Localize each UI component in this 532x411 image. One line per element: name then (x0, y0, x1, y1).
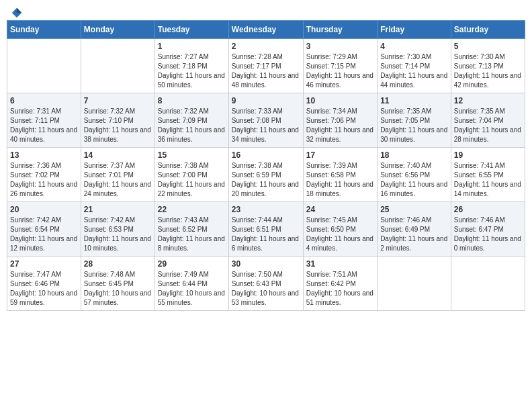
calendar-cell-w1-d1 (81, 39, 154, 93)
day-number: 20 (10, 205, 78, 214)
day-number: 12 (454, 96, 522, 105)
calendar-cell-w4-d0: 20Sunrise: 7:42 AMSunset: 6:54 PMDayligh… (7, 202, 81, 257)
day-info: Sunrise: 7:44 AMSunset: 6:51 PMDaylight:… (232, 216, 300, 253)
calendar-cell-w3-d5: 18Sunrise: 7:40 AMSunset: 6:56 PMDayligh… (378, 148, 451, 202)
weekday-header-row: SundayMondayTuesdayWednesdayThursdayFrid… (7, 21, 525, 39)
calendar-cell-w1-d6: 5Sunrise: 7:30 AMSunset: 7:13 PMDaylight… (451, 39, 525, 93)
day-number: 30 (232, 259, 300, 269)
day-info: Sunrise: 7:35 AMSunset: 7:04 PMDaylight:… (454, 107, 522, 144)
calendar-cell-w5-d5 (378, 257, 451, 311)
day-number: 10 (306, 96, 374, 105)
calendar-cell-w3-d6: 19Sunrise: 7:41 AMSunset: 6:55 PMDayligh… (451, 148, 525, 202)
day-info: Sunrise: 7:42 AMSunset: 6:53 PMDaylight:… (84, 216, 152, 253)
calendar-cell-w3-d4: 17Sunrise: 7:39 AMSunset: 6:58 PMDayligh… (303, 148, 377, 202)
week-row-5: 27Sunrise: 7:47 AMSunset: 6:46 PMDayligh… (7, 257, 525, 311)
calendar-cell-w3-d3: 16Sunrise: 7:38 AMSunset: 6:59 PMDayligh… (228, 148, 303, 202)
calendar-cell-w5-d0: 27Sunrise: 7:47 AMSunset: 6:46 PMDayligh… (7, 257, 81, 311)
calendar-cell-w2-d0: 6Sunrise: 7:31 AMSunset: 7:11 PMDaylight… (7, 93, 81, 148)
day-info: Sunrise: 7:27 AMSunset: 7:18 PMDaylight:… (158, 52, 226, 90)
day-info: Sunrise: 7:33 AMSunset: 7:08 PMDaylight:… (232, 107, 300, 144)
calendar-cell-w3-d2: 15Sunrise: 7:38 AMSunset: 7:00 PMDayligh… (154, 148, 228, 202)
day-info: Sunrise: 7:49 AMSunset: 6:44 PMDaylight:… (158, 270, 226, 308)
day-number: 28 (84, 259, 152, 269)
week-row-4: 20Sunrise: 7:42 AMSunset: 6:54 PMDayligh… (7, 202, 525, 257)
calendar-cell-w2-d3: 9Sunrise: 7:33 AMSunset: 7:08 PMDaylight… (228, 93, 303, 148)
day-info: Sunrise: 7:46 AMSunset: 6:47 PMDaylight:… (454, 216, 522, 253)
day-number: 6 (10, 96, 78, 105)
calendar-cell-w4-d1: 21Sunrise: 7:42 AMSunset: 6:53 PMDayligh… (81, 202, 154, 257)
calendar-cell-w2-d1: 7Sunrise: 7:32 AMSunset: 7:10 PMDaylight… (81, 93, 154, 148)
day-number: 21 (84, 205, 152, 214)
day-info: Sunrise: 7:35 AMSunset: 7:05 PMDaylight:… (380, 107, 448, 144)
day-info: Sunrise: 7:43 AMSunset: 6:52 PMDaylight:… (158, 216, 226, 253)
day-number: 25 (380, 205, 448, 214)
calendar-cell-w5-d1: 28Sunrise: 7:48 AMSunset: 6:45 PMDayligh… (81, 257, 154, 311)
weekday-header-monday: Monday (81, 21, 154, 39)
day-number: 3 (306, 42, 374, 51)
day-info: Sunrise: 7:32 AMSunset: 7:09 PMDaylight:… (158, 107, 226, 144)
week-row-1: 1Sunrise: 7:27 AMSunset: 7:18 PMDaylight… (7, 39, 525, 93)
day-number: 9 (232, 96, 300, 105)
day-info: Sunrise: 7:46 AMSunset: 6:49 PMDaylight:… (380, 216, 448, 253)
calendar-cell-w2-d5: 11Sunrise: 7:35 AMSunset: 7:05 PMDayligh… (378, 93, 451, 148)
day-info: Sunrise: 7:42 AMSunset: 6:54 PMDaylight:… (10, 216, 78, 253)
calendar-cell-w3-d0: 13Sunrise: 7:36 AMSunset: 7:02 PMDayligh… (7, 148, 81, 202)
day-info: Sunrise: 7:34 AMSunset: 7:06 PMDaylight:… (306, 107, 374, 144)
day-info: Sunrise: 7:31 AMSunset: 7:11 PMDaylight:… (10, 107, 78, 144)
calendar-cell-w1-d3: 2Sunrise: 7:28 AMSunset: 7:17 PMDaylight… (228, 39, 303, 93)
day-number: 23 (232, 205, 300, 214)
calendar-cell-w2-d6: 12Sunrise: 7:35 AMSunset: 7:04 PMDayligh… (451, 93, 525, 148)
page-header (7, 7, 525, 15)
day-number: 29 (158, 259, 226, 269)
day-number: 4 (380, 42, 448, 51)
day-number: 31 (306, 259, 374, 269)
day-info: Sunrise: 7:29 AMSunset: 7:15 PMDaylight:… (306, 52, 374, 90)
day-number: 11 (380, 96, 448, 105)
weekday-header-sunday: Sunday (7, 21, 81, 39)
calendar-cell-w1-d2: 1Sunrise: 7:27 AMSunset: 7:18 PMDaylight… (154, 39, 228, 93)
calendar-cell-w1-d0 (7, 39, 81, 93)
day-number: 26 (454, 205, 522, 214)
day-info: Sunrise: 7:30 AMSunset: 7:14 PMDaylight:… (380, 52, 448, 90)
day-number: 18 (380, 150, 448, 160)
calendar-cell-w5-d3: 30Sunrise: 7:50 AMSunset: 6:43 PMDayligh… (228, 257, 303, 311)
calendar-cell-w5-d4: 31Sunrise: 7:51 AMSunset: 6:42 PMDayligh… (303, 257, 377, 311)
day-number: 15 (158, 150, 226, 160)
day-number: 22 (158, 205, 226, 214)
day-number: 13 (10, 150, 78, 160)
calendar-cell-w5-d2: 29Sunrise: 7:49 AMSunset: 6:44 PMDayligh… (154, 257, 228, 311)
day-info: Sunrise: 7:39 AMSunset: 6:58 PMDaylight:… (306, 161, 374, 199)
day-number: 16 (232, 150, 300, 160)
weekday-header-saturday: Saturday (451, 21, 525, 39)
day-number: 19 (454, 150, 522, 160)
day-info: Sunrise: 7:45 AMSunset: 6:50 PMDaylight:… (306, 216, 374, 253)
weekday-header-wednesday: Wednesday (228, 21, 303, 39)
day-number: 27 (10, 259, 78, 269)
day-info: Sunrise: 7:32 AMSunset: 7:10 PMDaylight:… (84, 107, 152, 144)
logo (9, 7, 23, 15)
calendar-cell-w1-d4: 3Sunrise: 7:29 AMSunset: 7:15 PMDaylight… (303, 39, 377, 93)
weekday-header-thursday: Thursday (303, 21, 377, 39)
calendar-cell-w2-d2: 8Sunrise: 7:32 AMSunset: 7:09 PMDaylight… (154, 93, 228, 148)
calendar-cell-w4-d2: 22Sunrise: 7:43 AMSunset: 6:52 PMDayligh… (154, 202, 228, 257)
calendar-cell-w4-d4: 24Sunrise: 7:45 AMSunset: 6:50 PMDayligh… (303, 202, 377, 257)
calendar-cell-w1-d5: 4Sunrise: 7:30 AMSunset: 7:14 PMDaylight… (378, 39, 451, 93)
svg-marker-1 (17, 8, 21, 13)
calendar-cell-w4-d6: 26Sunrise: 7:46 AMSunset: 6:47 PMDayligh… (451, 202, 525, 257)
day-info: Sunrise: 7:37 AMSunset: 7:01 PMDaylight:… (84, 161, 152, 199)
day-info: Sunrise: 7:30 AMSunset: 7:13 PMDaylight:… (454, 52, 522, 90)
calendar-table: SundayMondayTuesdayWednesdayThursdayFrid… (7, 20, 525, 311)
day-number: 1 (158, 42, 226, 51)
day-info: Sunrise: 7:41 AMSunset: 6:55 PMDaylight:… (454, 161, 522, 199)
calendar-cell-w4-d5: 25Sunrise: 7:46 AMSunset: 6:49 PMDayligh… (378, 202, 451, 257)
day-number: 5 (454, 42, 522, 51)
day-number: 7 (84, 96, 152, 105)
calendar-cell-w5-d6 (451, 257, 525, 311)
day-info: Sunrise: 7:48 AMSunset: 6:45 PMDaylight:… (84, 270, 152, 308)
week-row-2: 6Sunrise: 7:31 AMSunset: 7:11 PMDaylight… (7, 93, 525, 148)
week-row-3: 13Sunrise: 7:36 AMSunset: 7:02 PMDayligh… (7, 148, 525, 202)
calendar-cell-w2-d4: 10Sunrise: 7:34 AMSunset: 7:06 PMDayligh… (303, 93, 377, 148)
day-info: Sunrise: 7:28 AMSunset: 7:17 PMDaylight:… (232, 52, 300, 90)
day-info: Sunrise: 7:40 AMSunset: 6:56 PMDaylight:… (380, 161, 448, 199)
day-info: Sunrise: 7:51 AMSunset: 6:42 PMDaylight:… (306, 270, 374, 308)
